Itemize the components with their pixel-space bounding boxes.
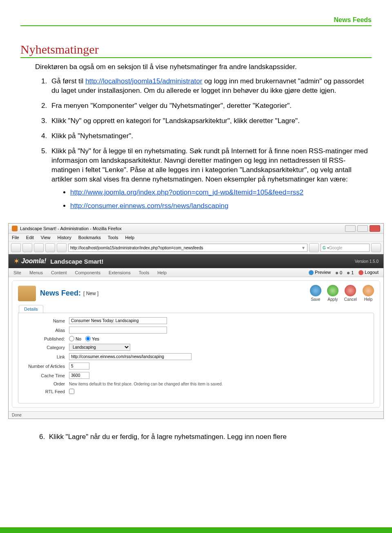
tab-details[interactable]: Details	[19, 305, 43, 313]
cache-label: Cache Time	[24, 373, 69, 378]
jmenu-menus[interactable]: Menus	[29, 270, 43, 275]
step-6-num: 6.	[39, 433, 49, 441]
joomla-logo: Joomla!	[21, 258, 46, 265]
step-5: Klikk på "Ny" for å legge til en nyhetsm…	[49, 147, 372, 211]
home-button[interactable]	[57, 243, 67, 252]
link-input[interactable]	[69, 353, 192, 360]
rtl-checkbox[interactable]	[69, 389, 74, 394]
step-3: Klikk "Ny" og opprett en kategori for "L…	[49, 116, 372, 126]
jmenu-content[interactable]: Content	[51, 270, 67, 275]
reload-button[interactable]	[34, 243, 44, 252]
jmenu-tools[interactable]: Tools	[139, 270, 149, 275]
search-input[interactable]: G▾ Google	[321, 244, 370, 252]
example-link-2[interactable]: http://consumer.einnews.com/rss/news/lan…	[70, 202, 228, 210]
example-link-2-item: http://consumer.einnews.com/rss/news/lan…	[70, 202, 372, 211]
firefox-window: Landscape Smart! - Administration - Mozi…	[8, 223, 384, 419]
step-6-text: Klikk "Lagre" når du er ferdig, for å la…	[49, 433, 287, 441]
link-label: Link	[24, 354, 69, 359]
step-6: 6.Klikk "Lagre" når du er ferdig, for å …	[39, 433, 372, 441]
category-label: Category	[24, 345, 69, 350]
example-link-1[interactable]: http://www.joomla.org/index.php?option=c…	[70, 188, 303, 196]
preview-icon	[309, 270, 314, 275]
window-title: Landscape Smart! - Administration - Mozi…	[20, 226, 345, 231]
jmenu-site[interactable]: Site	[13, 270, 21, 275]
window-buttons	[345, 225, 380, 232]
step-1-text-a: Gå først til	[51, 77, 85, 85]
back-button[interactable]	[11, 243, 21, 252]
menu-file[interactable]: File	[12, 235, 19, 240]
apply-button[interactable]: Apply	[327, 285, 339, 302]
stop-button[interactable]	[45, 243, 55, 252]
maximize-button[interactable]	[357, 225, 368, 232]
intro-text: Direktøren ba også om en seksjon til å v…	[35, 63, 372, 71]
numart-input[interactable]	[69, 363, 89, 370]
menu-history[interactable]: History	[58, 235, 71, 240]
step-1: Gå først til http://localhost/joomla15/a…	[49, 77, 372, 96]
menu-help[interactable]: Help	[125, 235, 134, 240]
newsfeed-icon	[18, 286, 36, 301]
forward-button[interactable]	[22, 243, 32, 252]
panel-subtitle: [ New ]	[83, 291, 98, 296]
rtl-label: RTL Feed	[24, 389, 69, 394]
published-no-radio[interactable]	[69, 336, 74, 341]
step-5-text: Klikk på "Ny" for å legge til en nyhetsm…	[51, 147, 368, 183]
menu-bookmarks[interactable]: Bookmarks	[78, 235, 101, 240]
messages-indicator[interactable]: 0	[336, 270, 342, 275]
cache-input[interactable]	[69, 372, 89, 379]
header-line	[20, 25, 372, 26]
help-icon	[363, 285, 374, 296]
joomla-menubar: Site Menus Content Components Extensions…	[9, 268, 383, 277]
example-links: http://www.joomla.org/index.php?option=c…	[70, 188, 372, 211]
users-indicator[interactable]: 1	[347, 270, 354, 275]
category-select[interactable]: Landscaping	[69, 344, 130, 351]
example-link-1-item: http://www.joomla.org/index.php?option=c…	[70, 188, 372, 197]
preview-link[interactable]: Preview	[309, 270, 331, 275]
jmenu-extensions[interactable]: Extensions	[109, 270, 131, 275]
panel-title: News Feed:	[40, 289, 81, 298]
titlebar: Landscape Smart! - Administration - Mozi…	[9, 224, 383, 234]
steps-list: Gå først til http://localhost/joomla15/a…	[49, 77, 372, 211]
save-icon	[310, 285, 321, 296]
header-tag: News Feeds	[20, 16, 372, 24]
cancel-button[interactable]: Cancel	[344, 285, 357, 302]
search-placeholder: Google	[329, 246, 342, 250]
address-input[interactable]: http://localhost/joomla15/administrator/…	[68, 244, 307, 252]
step-2: Fra menyen "Komponenter" velger du "Nyhe…	[49, 101, 372, 111]
apply-icon	[327, 285, 339, 296]
cancel-icon	[345, 285, 356, 296]
order-label: Order	[24, 381, 69, 386]
go-button[interactable]	[309, 243, 319, 252]
page-title: Nyhetsmatinger	[20, 43, 372, 56]
published-no-text: No	[76, 336, 81, 341]
form-area: Name Alias Published: No Yes CategoryLan…	[18, 313, 374, 403]
published-yes-text: Yes	[92, 336, 99, 341]
alias-label: Alias	[24, 328, 69, 333]
jmenu-help[interactable]: Help	[157, 270, 167, 275]
published-yes-radio[interactable]	[85, 336, 91, 341]
logout-link[interactable]: Logout	[359, 270, 379, 275]
help-button[interactable]: Help	[363, 285, 374, 302]
step-1-link[interactable]: http://localhost/joomla15/administrator	[85, 77, 202, 85]
toolbar: Save Apply Cancel Help	[310, 285, 374, 302]
minimize-button[interactable]	[345, 225, 356, 232]
save-button[interactable]: Save	[310, 285, 321, 302]
name-input[interactable]	[69, 317, 167, 324]
jmenu-components[interactable]: Components	[75, 270, 100, 275]
menu-edit[interactable]: Edit	[26, 235, 34, 240]
logout-icon	[359, 270, 363, 275]
alias-input[interactable]	[69, 327, 167, 334]
close-button[interactable]	[370, 225, 380, 232]
status-bar: Done	[9, 411, 383, 419]
menu-tools[interactable]: Tools	[108, 235, 118, 240]
joomla-version: Version 1.5.0	[355, 259, 379, 264]
content-area: News Feed: [ New ] Save Apply Cancel Hel…	[9, 277, 383, 411]
title-underline	[20, 57, 372, 58]
order-text: New items default to the first place. Or…	[69, 382, 223, 386]
search-go-button[interactable]	[371, 243, 381, 252]
menu-view[interactable]: View	[41, 235, 51, 240]
site-name: Landscape Smart!	[50, 258, 103, 265]
published-label: Published:	[24, 336, 69, 341]
url-text: http://localhost/joomla15/administrator/…	[70, 246, 203, 250]
panel: News Feed: [ New ] Save Apply Cancel Hel…	[12, 280, 380, 408]
panel-header: News Feed: [ New ] Save Apply Cancel Hel…	[18, 285, 374, 302]
